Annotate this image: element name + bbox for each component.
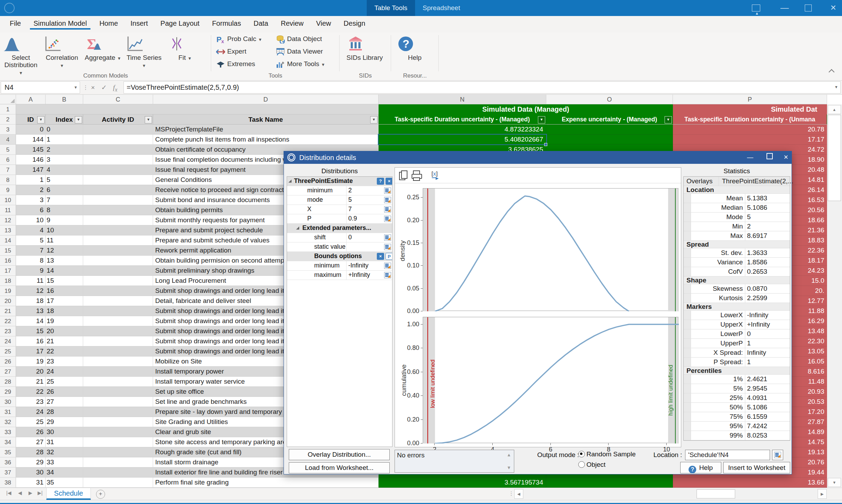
cell-link-icon[interactable] [384, 197, 391, 203]
ribbon-button-correlation[interactable]: Correlation ▼ [43, 34, 81, 71]
grid-cell[interactable]: 7 [16, 246, 46, 256]
dialog-close-icon[interactable]: × [781, 153, 791, 162]
grid-cell[interactable]: 0 [46, 125, 83, 135]
confirm-entry-icon[interactable]: ✓ [99, 82, 109, 93]
grid-cell[interactable]: 17 [16, 346, 46, 357]
grid-cell[interactable] [83, 316, 153, 326]
grid-cell[interactable] [83, 387, 153, 397]
ribbon-button-fit[interactable]: Fit ▼ [166, 34, 204, 71]
tree-value[interactable]: +Infinity [348, 271, 370, 279]
row-header-32[interactable]: 32 [0, 417, 16, 427]
grid-cell[interactable]: 5 [16, 235, 46, 246]
expand-icon[interactable] [288, 179, 292, 183]
next-sheet-icon[interactable]: ▶ [29, 490, 32, 496]
grid-cell[interactable]: 27 [46, 397, 83, 407]
grid-cell[interactable]: 13.66 [673, 478, 827, 488]
ribbon-button-select-distribution[interactable]: Select Distribution ▼ [2, 34, 40, 71]
tree-button-close-icon[interactable]: × [386, 178, 392, 185]
grid-cell[interactable]: 12 [16, 286, 46, 296]
tree-value[interactable]: 2 [348, 186, 352, 195]
grid-cell[interactable] [83, 235, 153, 246]
grid-cell[interactable]: 17.17 [673, 135, 827, 145]
row-header-16[interactable]: 16 [0, 256, 16, 266]
grid-cell[interactable]: 3.567195734 [379, 478, 546, 488]
grid-cell[interactable]: 21 [46, 336, 83, 346]
grid-cell[interactable]: MSProjectTemplateFile [153, 125, 379, 135]
grid-cell[interactable]: 25 [16, 417, 46, 427]
scroll-up-icon[interactable]: ▲ [828, 105, 841, 114]
grid-cell[interactable]: 26 [16, 427, 46, 437]
grid-cell[interactable]: Complete punch list items from all inspe… [153, 135, 379, 145]
grid-cell[interactable] [83, 457, 153, 467]
name-box[interactable]: N4▼ [1, 81, 80, 94]
grid-cell[interactable] [83, 175, 153, 185]
radio-object[interactable]: Object [578, 461, 605, 469]
grid-cell[interactable]: 6 [46, 185, 83, 195]
radio-random-sample[interactable]: Random Sample [578, 450, 636, 458]
row-header-29[interactable]: 29 [0, 387, 16, 397]
grid-cell[interactable]: 11 [46, 235, 83, 246]
grid-cell[interactable]: 11 [16, 276, 46, 286]
radio-random-sample-icon[interactable] [578, 451, 585, 457]
previous-sheet-icon[interactable]: ◀ [18, 490, 22, 496]
row-header-7[interactable]: 7 [0, 165, 16, 175]
grid-cell[interactable]: 13 [46, 256, 83, 266]
row-header-17[interactable]: 17 [0, 266, 16, 276]
name-box-dropdown-icon[interactable]: ▼ [74, 82, 78, 93]
grid-cell[interactable]: 18 [46, 306, 83, 316]
grid-cell[interactable] [83, 346, 153, 357]
horizontal-scrollbar[interactable]: ◀ ▶ [514, 489, 827, 499]
add-sheet-icon[interactable]: + [96, 490, 105, 499]
column-header-O[interactable]: O [546, 95, 673, 104]
grid-cell[interactable] [83, 276, 153, 286]
grid-cell[interactable] [83, 437, 153, 447]
grid-cell[interactable]: 20 [46, 326, 83, 336]
ribbon-button-expert[interactable]: Expert [216, 48, 246, 59]
column-filter-header[interactable]: ID▼ [16, 114, 46, 125]
grid-cell[interactable]: 22 [16, 387, 46, 397]
row-header-36[interactable]: 36 [0, 457, 16, 467]
filter-dropdown-icon[interactable]: ▼ [538, 116, 545, 123]
grid-cell[interactable]: Perform final site grading [153, 478, 379, 488]
row-header-22[interactable]: 22 [0, 316, 16, 326]
grid-cell[interactable] [83, 145, 153, 155]
insert-function-icon[interactable]: fx [110, 82, 120, 93]
tree-row-bounds-options[interactable]: Bounds options×P [287, 252, 392, 261]
grid-cell[interactable] [83, 256, 153, 266]
grid-cell[interactable]: 8 [16, 256, 46, 266]
tree-value[interactable]: 5 [348, 195, 352, 204]
cancel-entry-icon[interactable]: × [88, 82, 98, 93]
grid-cell[interactable] [546, 125, 673, 135]
column-header-D[interactable]: D [153, 95, 379, 104]
cell-link-icon[interactable] [384, 244, 391, 250]
grid-cell[interactable] [83, 246, 153, 256]
tree-row-shift[interactable]: shift0 [287, 233, 392, 242]
row-header-24[interactable]: 24 [0, 336, 16, 346]
row-header-6[interactable]: 6 [0, 155, 16, 165]
grid-cell[interactable]: 8 [46, 205, 83, 215]
tree-row-maximum[interactable]: maximum+Infinity [287, 271, 392, 280]
grid-cell[interactable] [83, 367, 153, 377]
row-header-28[interactable]: 28 [0, 377, 16, 387]
grid-cell[interactable]: 14 [46, 266, 83, 276]
scroll-left-icon[interactable]: ◀ [514, 489, 523, 499]
menu-tab-review[interactable]: Review [275, 16, 310, 30]
filter-dropdown-icon[interactable]: ▼ [37, 116, 45, 123]
maximize-button[interactable] [800, 0, 816, 16]
overlays-value[interactable]: ThreePointEstimate(2,... [722, 177, 793, 185]
ribbon-button-data-object[interactable]: Data Object [276, 35, 322, 46]
vertical-scroll-thumb[interactable] [828, 115, 841, 201]
row-header-37[interactable]: 37 [0, 467, 16, 478]
grid-cell[interactable]: 19 [16, 357, 46, 367]
collapse-window-icon[interactable]: ▲ [748, 0, 764, 16]
tree-value[interactable]: 0.9 [348, 214, 357, 223]
column-filter-header[interactable]: Task-specific Duration uncertainty - (Ma… [379, 114, 546, 125]
grid-cell[interactable] [83, 286, 153, 296]
scroll-right-icon[interactable]: ▶ [818, 489, 827, 499]
column-header-B[interactable]: B [46, 95, 83, 104]
row-header-27[interactable]: 27 [0, 367, 16, 377]
select-all-corner[interactable] [0, 95, 16, 104]
ribbon-button-data-viewer[interactable]: Data Viewer [276, 48, 323, 59]
grid-cell[interactable] [83, 155, 153, 165]
tree-row-minimum[interactable]: minimum2 [287, 186, 392, 195]
